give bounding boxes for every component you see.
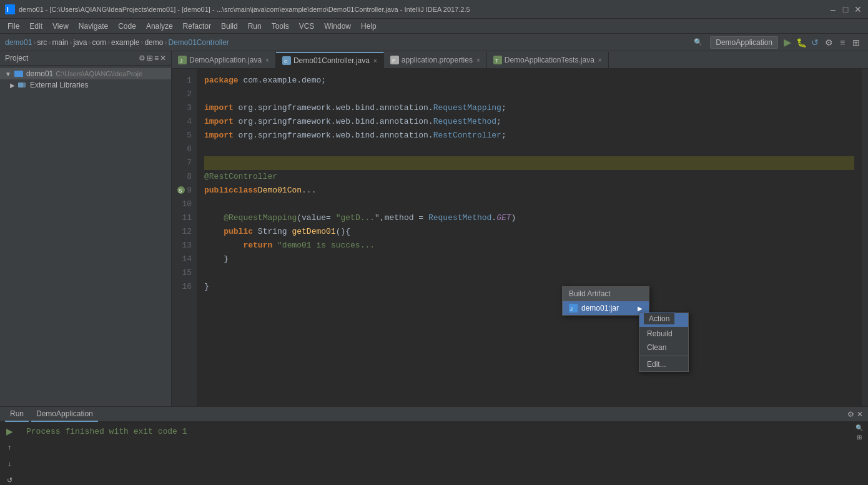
tab-close-tests[interactable]: × (598, 57, 602, 64)
debug-button[interactable]: 🐛 (794, 36, 808, 49)
library-icon (17, 81, 27, 89)
properties-icon: P (390, 56, 399, 64)
tab-name: DemoApplication.java (189, 56, 262, 64)
main-area: Project ⚙ ⊞ ≡ ✕ ▼ demo01 C:\Users\AQIANG… (0, 51, 868, 406)
breadcrumb-example[interactable]: example (111, 38, 139, 47)
menu-code[interactable]: Code (113, 21, 141, 32)
settings-gear-icon[interactable]: ≡ (154, 54, 159, 62)
line-9: public class Demo01Con... (204, 184, 854, 198)
layout-icon[interactable]: ⊞ (147, 54, 153, 62)
build-artifact-item-demo01jar[interactable]: J demo01:jar ▶ (563, 301, 649, 315)
editor-area: J DemoApplication.java × C Demo01Control… (172, 51, 868, 406)
bottom-tabs: Run DemoApplication ⚙ ✕ (0, 407, 868, 422)
menu-run[interactable]: Run (243, 21, 267, 32)
build-icon[interactable]: ⚙ (822, 36, 836, 49)
bottom-settings-icon[interactable]: ⚙ (847, 410, 854, 419)
settings-icon[interactable]: ≡ (836, 36, 849, 49)
java-file-icon: J (178, 56, 187, 64)
breadcrumb-controller[interactable]: Demo01Controller (168, 38, 229, 47)
gear-icon[interactable]: ⚙ (139, 54, 145, 62)
breadcrumb-demo[interactable]: demo (144, 38, 163, 47)
menu-navigate[interactable]: Navigate (74, 21, 113, 32)
line-5: import org.springframework.web.bind.anno… (204, 129, 854, 142)
tree-item-demo01[interactable]: ▼ demo01 C:\Users\AQIANG\IdeaProje (0, 68, 171, 79)
menu-vcs[interactable]: VCS (294, 21, 320, 32)
menu-edit[interactable]: Edit (24, 21, 47, 32)
tree-item-path: C:\Users\AQIANG\IdeaProje (56, 70, 142, 78)
tab-close-active[interactable]: × (373, 58, 377, 64)
app-icon: I (5, 4, 15, 14)
menu-file[interactable]: File (2, 21, 24, 32)
build-artifact-popup: Build Artifact J demo01:jar ▶ (562, 286, 649, 316)
run-scroll-up[interactable]: ↑ (2, 441, 16, 454)
maximize-button[interactable]: □ (841, 4, 851, 14)
window-controls: – □ ✕ (828, 4, 863, 14)
line-2 (204, 88, 854, 101)
bottom-close-icon[interactable]: ✕ (857, 410, 863, 419)
tab-close[interactable]: × (265, 57, 269, 64)
svg-text:C: C (284, 59, 288, 64)
rerun-button[interactable]: ↺ (808, 36, 822, 49)
tab-close-props[interactable]: × (476, 57, 480, 64)
search-everywhere-icon[interactable]: 🔍 (691, 36, 705, 49)
jar-item-name: demo01:jar (581, 304, 619, 312)
line-1: package com.example.demo; (204, 74, 854, 88)
line-10 (204, 198, 854, 211)
breadcrumb-src[interactable]: src (37, 38, 47, 47)
line-8: @RestController (204, 170, 854, 184)
breadcrumb-com[interactable]: com (92, 38, 106, 47)
line-13: return "demo01 is succes... (204, 239, 854, 252)
tab-demo01controller[interactable]: C Demo01Controller.java × (276, 52, 384, 68)
menu-window[interactable]: Window (319, 21, 356, 32)
tree-item-name: demo01 (26, 69, 53, 78)
test-icon: T (493, 56, 502, 64)
tab-name-tests: DemoApplicationTests.java (505, 56, 594, 64)
run-rerun-icon[interactable]: ↺ (2, 473, 16, 485)
minimize-button[interactable]: – (828, 4, 838, 14)
breadcrumb-java[interactable]: java (73, 38, 87, 47)
tab-demoapplication[interactable]: J DemoApplication.java × (172, 52, 276, 68)
menu-view[interactable]: View (47, 21, 74, 32)
project-panel: Project ⚙ ⊞ ≡ ✕ ▼ demo01 C:\Users\AQIANG… (0, 51, 172, 406)
action-rebuild[interactable]: Rebuild (639, 327, 688, 341)
bottom-panel: Run DemoApplication ⚙ ✕ ▶ ↑ ↓ ↺ ■ Proces… (0, 406, 868, 485)
tab-demo-tests[interactable]: T DemoApplicationTests.java × (487, 52, 609, 68)
menu-build[interactable]: Build (216, 21, 243, 32)
close-button[interactable]: ✕ (853, 4, 863, 14)
run-scroll-down[interactable]: ↓ (2, 457, 16, 471)
menu-refactor[interactable]: Refactor (178, 21, 216, 32)
project-panel-header: Project ⚙ ⊞ ≡ ✕ (0, 51, 171, 66)
code-editor[interactable]: 12345 678 9S 10111213141516 package com.… (172, 69, 868, 406)
code-content[interactable]: package com.example.demo; import org.spr… (197, 69, 862, 406)
bottom-tab-run[interactable]: Run (5, 407, 29, 422)
run-configuration[interactable]: DemoApplication (710, 36, 778, 49)
menu-tools[interactable]: Tools (267, 21, 294, 32)
line-3: import org.springframework.web.bind.anno… (204, 101, 854, 115)
menu-help[interactable]: Help (356, 21, 382, 32)
line-7 (204, 156, 854, 170)
run-play-button[interactable]: ▶ (2, 424, 16, 438)
jar-icon: J (569, 304, 578, 312)
run-output: Process finished with exit code 1 (19, 422, 849, 485)
breadcrumb-main[interactable]: main (52, 38, 68, 47)
run-output-text: Process finished with exit code 1 (26, 427, 187, 436)
find-icon[interactable]: ⊞ (849, 36, 863, 49)
bottom-right-icon2[interactable]: ⊞ (857, 434, 862, 441)
bottom-tab-demoapplication[interactable]: DemoApplication (31, 407, 98, 422)
run-button[interactable]: ▶ (781, 36, 794, 49)
bottom-right-icon1[interactable]: 🔍 (856, 424, 863, 431)
svg-text:T: T (495, 58, 498, 64)
svg-text:I: I (7, 6, 9, 13)
action-separator (639, 356, 688, 356)
action-edit[interactable]: Edit... (639, 358, 688, 371)
menu-bar: File Edit View Navigate Code Analyze Ref… (0, 19, 868, 34)
menu-analyze[interactable]: Analyze (141, 21, 178, 32)
close-panel-icon[interactable]: ✕ (160, 54, 166, 62)
run-controls: ▶ ↑ ↓ ↺ ■ (0, 422, 19, 485)
tree-item-external-libraries[interactable]: ▶ External Libraries (0, 79, 171, 91)
action-clean[interactable]: Clean (639, 341, 688, 354)
breadcrumb-project[interactable]: demo01 (5, 38, 32, 47)
expand-arrow-libraries: ▶ (10, 82, 15, 89)
tab-application-properties[interactable]: P application.properties × (384, 52, 487, 68)
editor-scrollbar[interactable] (862, 69, 868, 406)
